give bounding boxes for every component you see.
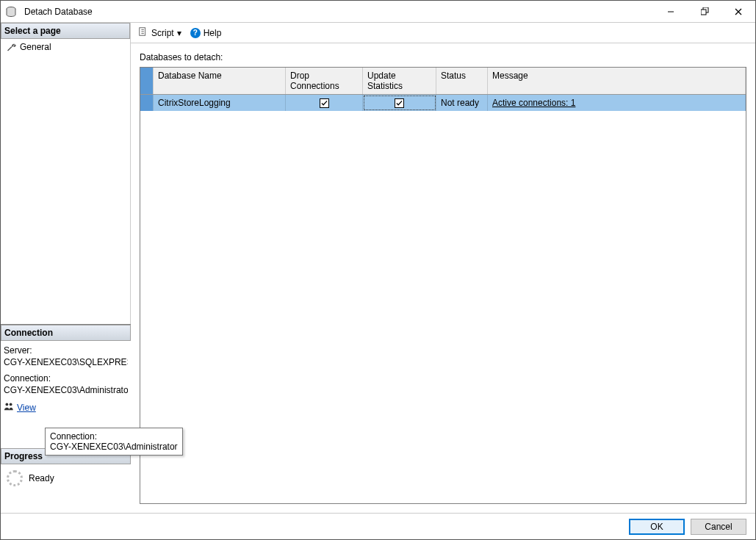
- col-status[interactable]: Status: [436, 68, 488, 94]
- database-icon: [5, 6, 17, 18]
- help-icon: ?: [190, 28, 201, 38]
- ok-button[interactable]: OK: [629, 519, 685, 535]
- drop-connections-checkbox[interactable]: [320, 98, 329, 108]
- maximize-button[interactable]: [688, 1, 721, 23]
- titlebar: Detach Database: [1, 1, 755, 23]
- window-title: Detach Database: [21, 7, 654, 17]
- cell-status: Not ready: [436, 95, 488, 111]
- grid-header: Database Name Drop Connections Update St…: [140, 68, 746, 95]
- svg-point-6: [5, 403, 8, 406]
- dropdown-arrow-icon: ▾: [177, 28, 181, 38]
- col-update-statistics[interactable]: Update Statistics: [363, 68, 436, 94]
- cell-db-name: CitrixStoreLogging: [154, 95, 286, 111]
- select-page-header: Select a page: [1, 23, 130, 39]
- databases-grid: Database Name Drop Connections Update St…: [140, 67, 746, 504]
- connection-value: CGY-XENEXEC03\Administrator: [4, 385, 128, 395]
- cancel-button[interactable]: Cancel: [691, 519, 746, 535]
- connection-label: Connection:: [4, 373, 128, 384]
- close-button[interactable]: [721, 1, 755, 23]
- server-label: Server:: [4, 345, 128, 356]
- progress-status: Ready: [29, 473, 54, 483]
- sidebar-item-general[interactable]: General: [1, 39, 130, 55]
- users-icon: [4, 401, 14, 414]
- server-value: CGY-XENEXEC03\SQLEXPRESS: [4, 357, 128, 367]
- script-icon: [138, 26, 148, 39]
- connection-header: Connection: [1, 325, 131, 341]
- view-connection-link[interactable]: View: [17, 403, 36, 413]
- cell-message-link[interactable]: Active connections: 1: [492, 98, 575, 108]
- col-database-name[interactable]: Database Name: [154, 68, 286, 94]
- table-row[interactable]: CitrixStoreLogging Not ready Active conn…: [140, 95, 746, 111]
- wrench-icon: [5, 41, 17, 53]
- connection-tooltip: Connection: CGY-XENEXEC03\Administrator: [45, 428, 183, 456]
- col-message[interactable]: Message: [488, 68, 746, 94]
- script-button[interactable]: Script ▾: [135, 25, 184, 40]
- col-drop-connections[interactable]: Drop Connections: [286, 68, 363, 94]
- progress-spinner-icon: [7, 470, 23, 486]
- minimize-button[interactable]: [654, 1, 688, 23]
- svg-rect-3: [701, 10, 706, 15]
- sidebar-item-label: General: [20, 42, 51, 52]
- table-label: Databases to detach:: [140, 52, 746, 62]
- update-statistics-checkbox[interactable]: [395, 98, 404, 108]
- help-button[interactable]: ? Help: [187, 26, 225, 40]
- svg-point-7: [10, 403, 12, 406]
- toolbar: Script ▾ ? Help: [131, 23, 755, 43]
